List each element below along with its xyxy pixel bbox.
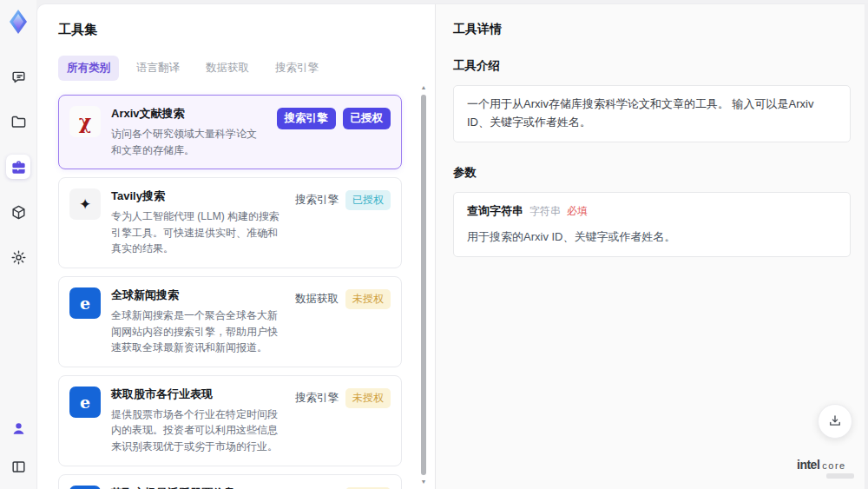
tool-card[interactable]: e 全球新闻搜索 全球新闻搜索是一个聚合全球各大新闻网站内容的搜索引擎，帮助用户… — [58, 276, 402, 367]
category-tab[interactable]: 语言翻译 — [128, 56, 188, 81]
list-scrollbar[interactable]: ▲ ▼ — [420, 84, 427, 486]
scroll-down-icon[interactable]: ▼ — [420, 479, 427, 486]
tool-badges: 搜索引擎 未授权 — [295, 387, 391, 408]
tool-status-badge: 未授权 — [345, 388, 391, 408]
tool-badges: 搜索引擎 已授权 — [277, 106, 391, 129]
tool-description: 访问各个研究领域大量科学论文和文章的存储库。 — [111, 126, 266, 158]
param-box: 查询字符串 字符串 必填 用于搜索的Arxiv ID、关键字或作者姓名。 — [453, 192, 851, 258]
download-button[interactable] — [818, 404, 852, 439]
category-tabs: 所有类别语言翻译数据获取搜索引擎 — [58, 56, 414, 81]
detail-title: 工具详情 — [453, 22, 851, 37]
tool-name: 获取股市各行业表现 — [111, 387, 285, 402]
scroll-up-icon[interactable]: ▲ — [420, 84, 427, 91]
app-logo-icon — [5, 9, 31, 35]
tool-name: 获取市场最活跃股票信息 — [111, 486, 285, 489]
category-tab[interactable]: 所有类别 — [58, 56, 119, 81]
briefcase-icon[interactable] — [6, 155, 30, 179]
cube-icon[interactable] — [6, 200, 30, 224]
intel-core-logo: intel core — [797, 459, 854, 479]
param-header: 查询字符串 字符串 必填 — [467, 202, 837, 221]
tool-status-badge: 未授权 — [345, 289, 391, 309]
tool-description: 全球新闻搜索是一个聚合全球各大新闻网站内容的搜索引擎，帮助用户快速获取全球最新资… — [111, 307, 285, 356]
gear-icon[interactable] — [6, 245, 30, 269]
tool-icon: χ — [69, 106, 101, 137]
param-description: 用于搜索的Arxiv ID、关键字或作者姓名。 — [467, 228, 837, 247]
tool-card[interactable]: e 获取市场最活跃股票信息 提供当天交易量最高的股票列表。投资者可以利用这些信息… — [58, 474, 402, 489]
param-required-flag: 必填 — [567, 203, 588, 220]
tool-category-badge: 搜索引擎 — [277, 108, 336, 129]
tool-info: Tavily搜索 专为人工智能代理 (LLM) 构建的搜索引擎工具。可快速提供实… — [111, 188, 285, 257]
tool-icon: e — [69, 486, 101, 489]
intro-box: 一个用于从Arxiv存储库搜索科学论文和文章的工具。 输入可以是Arxiv ID… — [453, 85, 851, 142]
tools-panel: 工具集 所有类别语言翻译数据获取搜索引擎 χ Arxiv文献搜索 访问各个研究领… — [37, 4, 435, 489]
param-type: 字符串 — [529, 203, 561, 220]
tool-detail-panel: 工具详情 工具介绍 一个用于从Arxiv存储库搜索科学论文和文章的工具。 输入可… — [435, 4, 868, 489]
tool-description: 提供股票市场各个行业在特定时间段内的表现。投资者可以利用这些信息来识别表现优于或… — [111, 406, 285, 455]
sidebar-nav — [6, 64, 30, 269]
tool-badges: 搜索引擎 未授权 — [295, 486, 391, 489]
core-brand-text: core — [822, 461, 845, 471]
main-content: 工具集 所有类别语言翻译数据获取搜索引擎 χ Arxiv文献搜索 访问各个研究领… — [36, 3, 868, 489]
tool-info: Arxiv文献搜索 访问各个研究领域大量科学论文和文章的存储库。 — [111, 106, 266, 158]
tool-name: 全球新闻搜索 — [111, 287, 285, 303]
page-title: 工具集 — [58, 22, 414, 38]
app-window: 工具集 所有类别语言翻译数据获取搜索引擎 χ Arxiv文献搜索 访问各个研究领… — [0, 0, 868, 489]
user-avatar-icon[interactable] — [6, 416, 30, 440]
tool-description: 专为人工智能代理 (LLM) 构建的搜索引擎工具。可快速提供实时、准确和真实的结… — [111, 208, 285, 257]
tool-card[interactable]: χ Arxiv文献搜索 访问各个研究领域大量科学论文和文章的存储库。 搜索引擎 … — [58, 95, 402, 169]
sidebar — [0, 0, 36, 489]
tool-info: 获取市场最活跃股票信息 提供当天交易量最高的股票列表。投资者可以利用这些信息来识… — [111, 486, 285, 489]
tool-status-badge: 已授权 — [345, 190, 391, 210]
download-icon — [827, 413, 843, 429]
intel-brand-text: intel — [797, 459, 819, 471]
tool-info: 获取股市各行业表现 提供股票市场各个行业在特定时间段内的表现。投资者可以利用这些… — [111, 387, 285, 455]
param-name: 查询字符串 — [467, 202, 523, 221]
category-tab[interactable]: 搜索引擎 — [266, 56, 327, 81]
tool-category-badge: 搜索引擎 — [295, 388, 339, 408]
sidebar-bottom — [6, 416, 30, 479]
chat-icon[interactable] — [6, 64, 30, 89]
intro-heading: 工具介绍 — [453, 58, 851, 74]
tool-badges: 搜索引擎 已授权 — [295, 188, 391, 210]
tool-icon: e — [69, 287, 101, 319]
tool-badges: 数据获取 未授权 — [295, 287, 391, 309]
tool-list: χ Arxiv文献搜索 访问各个研究领域大量科学论文和文章的存储库。 搜索引擎 … — [58, 95, 414, 489]
tool-icon: ✦ — [69, 188, 101, 220]
params-heading: 参数 — [453, 165, 851, 181]
folder-icon[interactable] — [6, 109, 30, 134]
tool-name: Tavily搜索 — [111, 188, 285, 204]
tool-status-badge: 已授权 — [343, 108, 391, 129]
tool-category-badge: 搜索引擎 — [295, 190, 339, 210]
panel-toggle-icon[interactable] — [6, 454, 30, 479]
category-tab[interactable]: 数据获取 — [197, 56, 258, 81]
tool-icon: e — [69, 387, 101, 418]
tool-category-badge: 数据获取 — [295, 289, 339, 309]
tool-name: Arxiv文献搜索 — [111, 106, 266, 122]
scrollbar-thumb[interactable] — [421, 95, 426, 475]
tool-info: 全球新闻搜索 全球新闻搜索是一个聚合全球各大新闻网站内容的搜索引擎，帮助用户快速… — [111, 287, 285, 356]
tool-card[interactable]: ✦ Tavily搜索 专为人工智能代理 (LLM) 构建的搜索引擎工具。可快速提… — [58, 177, 402, 268]
tool-card[interactable]: e 获取股市各行业表现 提供股票市场各个行业在特定时间段内的表现。投资者可以利用… — [58, 375, 402, 466]
intel-sub-mark — [826, 473, 854, 479]
window-scrollbar[interactable] — [865, 3, 868, 489]
